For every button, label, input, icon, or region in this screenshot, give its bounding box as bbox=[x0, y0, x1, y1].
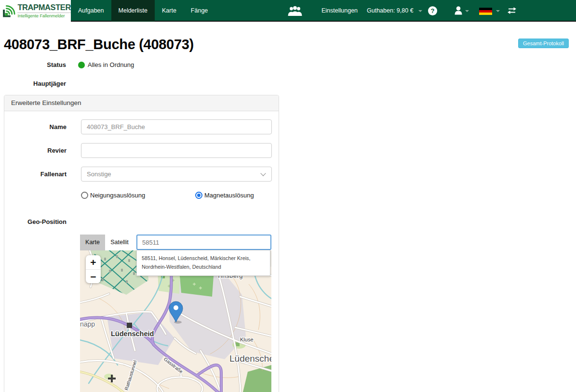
help-icon[interactable]: ? bbox=[428, 6, 437, 15]
language-flag-german[interactable] bbox=[479, 8, 492, 15]
hauptjaeger-row: Hauptjäger bbox=[4, 80, 66, 87]
swap-arrows-icon[interactable] bbox=[507, 7, 517, 14]
brand-logo[interactable]: TRAPMASTER Intelligente Fallenmelder bbox=[0, 0, 71, 22]
revier-input[interactable] bbox=[81, 143, 272, 158]
erweiterte-einstellungen-panel: Erweiterte Einstellungen Name Revier Fal… bbox=[4, 95, 279, 392]
map-section: Karte Satellit 58511, Honsel, Lüdenschei… bbox=[80, 235, 271, 392]
fallenart-row: Fallenart Sonstige bbox=[4, 167, 279, 182]
brand-title: TRAPMASTER bbox=[17, 3, 71, 12]
chevron-down-icon bbox=[260, 170, 266, 176]
status-value: Alles in Ordnung bbox=[88, 61, 134, 68]
nav-item-aufgaben[interactable]: Aufgaben bbox=[71, 0, 111, 22]
ausloesung-radio-row: Neigungsauslösung Magnetauslösung bbox=[4, 190, 279, 200]
radio-magnetausloesung[interactable]: Magnetauslösung bbox=[195, 192, 254, 199]
status-label: Status bbox=[4, 61, 66, 68]
name-input[interactable] bbox=[81, 119, 272, 134]
radio-circle-checked bbox=[195, 192, 202, 199]
status-row: Status Alles in Ordnung bbox=[4, 61, 134, 68]
map-zoom-control: + − bbox=[86, 255, 101, 283]
name-label: Name bbox=[4, 119, 67, 134]
hauptjaeger-label: Hauptjäger bbox=[4, 80, 66, 87]
geo-suggestion-item[interactable]: 58511, Honsel, Lüdenscheid, Märkischer K… bbox=[136, 250, 270, 276]
tab-karte[interactable]: Karte bbox=[80, 235, 105, 250]
zoom-out-button[interactable]: − bbox=[86, 269, 101, 283]
users-group-icon[interactable] bbox=[288, 6, 302, 16]
map-label-luedenscheid-big: Lüdenscheid bbox=[229, 353, 271, 364]
zoom-in-button[interactable]: + bbox=[86, 255, 101, 269]
nav-item-karte[interactable]: Karte bbox=[155, 0, 184, 22]
panel-body: Name Revier Fallenart Sonstige bbox=[4, 111, 279, 392]
radio-neigungsausloesung[interactable]: Neigungsauslösung bbox=[81, 192, 195, 199]
page: TRAPMASTER Intelligente Fallenmelder Auf… bbox=[0, 0, 576, 392]
brand-text: TRAPMASTER Intelligente Fallenmelder bbox=[17, 3, 71, 18]
chevron-down-icon[interactable] bbox=[496, 10, 500, 12]
fallenart-selected-value: Sonstige bbox=[87, 170, 111, 178]
chevron-down-icon bbox=[465, 10, 469, 12]
fallenart-label: Fallenart bbox=[4, 167, 67, 182]
revier-row: Revier bbox=[4, 143, 279, 158]
nav-item-melderliste[interactable]: Melderliste bbox=[111, 0, 155, 22]
user-menu[interactable] bbox=[455, 6, 462, 17]
name-row: Name bbox=[4, 119, 279, 134]
radio-dot bbox=[197, 194, 201, 197]
user-icon bbox=[455, 6, 462, 15]
page-title: 408073_BRF_Buche (408073) bbox=[4, 37, 194, 52]
navbar: TRAPMASTER Intelligente Fallenmelder Auf… bbox=[0, 0, 576, 22]
status-dot-green bbox=[78, 62, 85, 68]
map-label-luedenscheid-center: Lüdenscheid bbox=[111, 330, 154, 338]
revier-label: Revier bbox=[4, 143, 67, 158]
tab-satellit[interactable]: Satellit bbox=[105, 235, 134, 250]
radio-neigung-label: Neigungsauslösung bbox=[90, 192, 145, 199]
brand-subtitle: Intelligente Fallenmelder bbox=[17, 13, 71, 18]
geo-position-label: Geo-Position bbox=[4, 218, 67, 225]
nav-item-faenge[interactable]: Fänge bbox=[184, 0, 215, 22]
nav-items: Aufgaben Melderliste Karte Fänge bbox=[71, 0, 215, 22]
map-label-kluse: Kluse bbox=[240, 337, 254, 342]
nav-guthaben[interactable]: Guthaben: 9,80 € bbox=[367, 0, 422, 22]
panel-title: Erweiterte Einstellungen bbox=[4, 95, 279, 111]
geo-position-row: Geo-Position bbox=[4, 218, 279, 225]
guthaben-label: Guthaben: 9,80 € bbox=[367, 7, 414, 14]
gesamt-protokoll-button[interactable]: Gesamt-Protokoll bbox=[518, 39, 569, 48]
radio-circle-unchecked bbox=[81, 192, 88, 199]
map-section-row: Karte Satellit 58511, Honsel, Lüdenschei… bbox=[4, 235, 279, 392]
fallenart-select[interactable]: Sonstige bbox=[81, 167, 272, 182]
map-label-napp: napp bbox=[80, 320, 95, 328]
geo-search-input[interactable] bbox=[136, 235, 271, 250]
nav-einstellungen[interactable]: Einstellungen bbox=[321, 0, 358, 22]
radio-magnet-label: Magnetauslösung bbox=[204, 192, 254, 199]
chevron-down-icon bbox=[418, 10, 422, 12]
trapmaster-logo-icon bbox=[2, 2, 15, 20]
